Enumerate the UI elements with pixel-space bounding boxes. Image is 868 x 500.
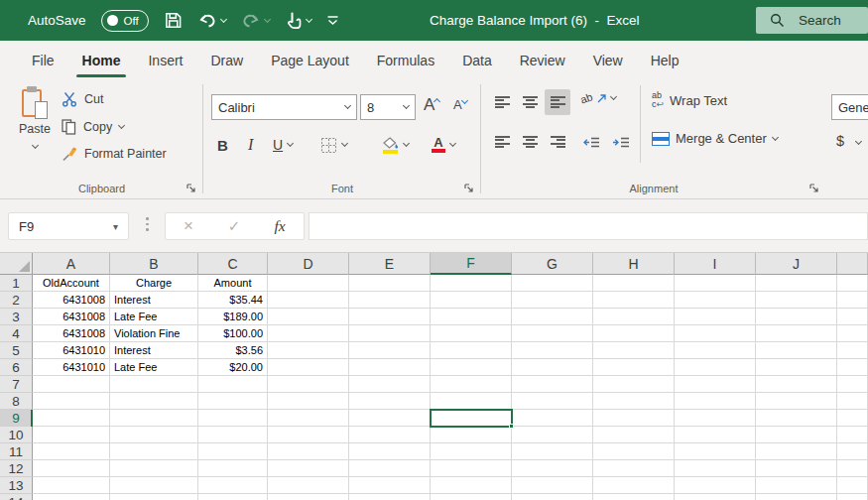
cell-K1[interactable]	[837, 275, 868, 292]
italic-button[interactable]: I	[248, 131, 253, 159]
cell-H2[interactable]	[593, 292, 675, 309]
font-dialog-launcher[interactable]	[463, 183, 474, 193]
cell-J10[interactable]	[756, 427, 837, 443]
cell-K6[interactable]	[837, 359, 868, 376]
touch-mode-button[interactable]	[285, 11, 311, 30]
row-header-7[interactable]: 7	[0, 376, 33, 393]
clipboard-dialog-launcher[interactable]	[186, 183, 196, 193]
paste-dropdown-icon[interactable]	[31, 142, 38, 149]
cell-E11[interactable]	[349, 443, 431, 460]
cell-K3[interactable]	[837, 309, 868, 325]
cell-C7[interactable]	[198, 376, 268, 393]
tab-formulas[interactable]: Formulas	[363, 41, 448, 79]
row-header-3[interactable]: 3	[0, 309, 33, 325]
cell-I8[interactable]	[675, 393, 756, 410]
cell-J14[interactable]	[756, 494, 837, 500]
cell-I4[interactable]	[675, 325, 756, 342]
orientation-button[interactable]: ab	[580, 92, 616, 104]
cell-A9[interactable]	[33, 410, 110, 427]
cell-J8[interactable]	[756, 393, 837, 410]
cell-F9[interactable]	[431, 410, 512, 427]
cell-B6[interactable]: Late Fee	[110, 359, 198, 376]
cell-G2[interactable]	[512, 292, 593, 309]
cell-G8[interactable]	[512, 393, 593, 410]
cell-B10[interactable]	[110, 427, 198, 443]
cell-B1[interactable]: Charge	[110, 275, 198, 292]
cell-J12[interactable]	[756, 460, 837, 477]
name-box[interactable]: F9 ▾	[8, 212, 129, 240]
underline-dropdown-icon[interactable]	[287, 140, 294, 147]
cell-H9[interactable]	[593, 410, 675, 427]
cell-F4[interactable]	[431, 325, 512, 342]
orientation-dropdown-icon[interactable]	[610, 93, 617, 100]
align-middle-button[interactable]	[517, 89, 543, 115]
cell-B7[interactable]	[110, 376, 198, 393]
column-header-H[interactable]: H	[593, 253, 675, 275]
font-size-select[interactable]: 8	[360, 94, 416, 120]
cell-B14[interactable]	[110, 494, 198, 500]
cell-F5[interactable]	[431, 342, 512, 359]
cell-G12[interactable]	[512, 460, 593, 477]
row-header-14[interactable]: 14	[0, 494, 33, 500]
formula-input[interactable]	[309, 212, 868, 240]
redo-button[interactable]	[241, 11, 270, 30]
cell-K5[interactable]	[837, 342, 868, 359]
cell-I9[interactable]	[675, 410, 756, 427]
cell-E9[interactable]	[349, 410, 431, 427]
cell-I10[interactable]	[675, 427, 756, 443]
cell-G10[interactable]	[512, 427, 593, 443]
cell-I14[interactable]	[675, 494, 756, 500]
tab-home[interactable]: Home	[68, 41, 135, 79]
cell-G11[interactable]	[512, 443, 593, 460]
cell-A11[interactable]	[33, 443, 110, 460]
cell-E4[interactable]	[349, 325, 431, 342]
cell-A3[interactable]: 6431008	[33, 309, 110, 325]
cell-F13[interactable]	[431, 477, 512, 494]
align-left-button[interactable]	[489, 129, 515, 155]
cell-B11[interactable]	[110, 443, 198, 460]
align-bottom-button[interactable]	[545, 89, 570, 115]
column-header-E[interactable]: E	[349, 253, 431, 275]
cell-E14[interactable]	[349, 494, 431, 500]
cell-K12[interactable]	[837, 460, 868, 477]
cell-D6[interactable]	[268, 359, 349, 376]
select-all-corner[interactable]	[0, 253, 33, 275]
cell-B13[interactable]	[110, 477, 198, 494]
cell-J2[interactable]	[756, 292, 837, 309]
cell-G13[interactable]	[512, 477, 593, 494]
cell-J6[interactable]	[756, 359, 837, 376]
formula-bar-resize-handle[interactable]	[146, 217, 149, 231]
align-center-button[interactable]	[517, 129, 543, 155]
merge-center-dropdown-icon[interactable]	[772, 133, 779, 140]
increase-indent-button[interactable]	[612, 136, 630, 152]
accounting-format-button[interactable]: $	[836, 133, 844, 149]
cell-C6[interactable]: $20.00	[198, 359, 268, 376]
cell-B4[interactable]: Violation Fine	[110, 325, 198, 342]
cell-G6[interactable]	[512, 359, 593, 376]
cell-H12[interactable]	[593, 460, 675, 477]
cell-F8[interactable]	[431, 393, 512, 410]
decrease-indent-button[interactable]	[582, 136, 600, 152]
paste-button[interactable]: Paste	[12, 87, 58, 151]
cell-F1[interactable]	[431, 275, 512, 292]
cell-C8[interactable]	[198, 393, 268, 410]
cell-E5[interactable]	[349, 342, 431, 359]
undo-button[interactable]	[197, 11, 226, 30]
row-header-12[interactable]: 12	[0, 460, 33, 477]
cell-H7[interactable]	[593, 376, 675, 393]
cell-G1[interactable]	[512, 275, 593, 292]
cell-F7[interactable]	[431, 376, 512, 393]
bold-button[interactable]: B	[217, 131, 228, 159]
wrap-text-button[interactable]: ab c↩ Wrap Text	[652, 91, 727, 109]
cell-A6[interactable]: 6431010	[33, 359, 110, 376]
cell-C10[interactable]	[198, 427, 268, 443]
tab-page-layout[interactable]: Page Layout	[257, 41, 363, 79]
cell-J5[interactable]	[756, 342, 837, 359]
cell-I1[interactable]	[675, 275, 756, 292]
cell-J7[interactable]	[756, 376, 837, 393]
align-right-button[interactable]	[545, 129, 570, 155]
cell-J1[interactable]	[756, 275, 837, 292]
tab-review[interactable]: Review	[506, 41, 579, 79]
tab-draw[interactable]: Draw	[196, 41, 257, 79]
row-header-2[interactable]: 2	[0, 292, 33, 309]
